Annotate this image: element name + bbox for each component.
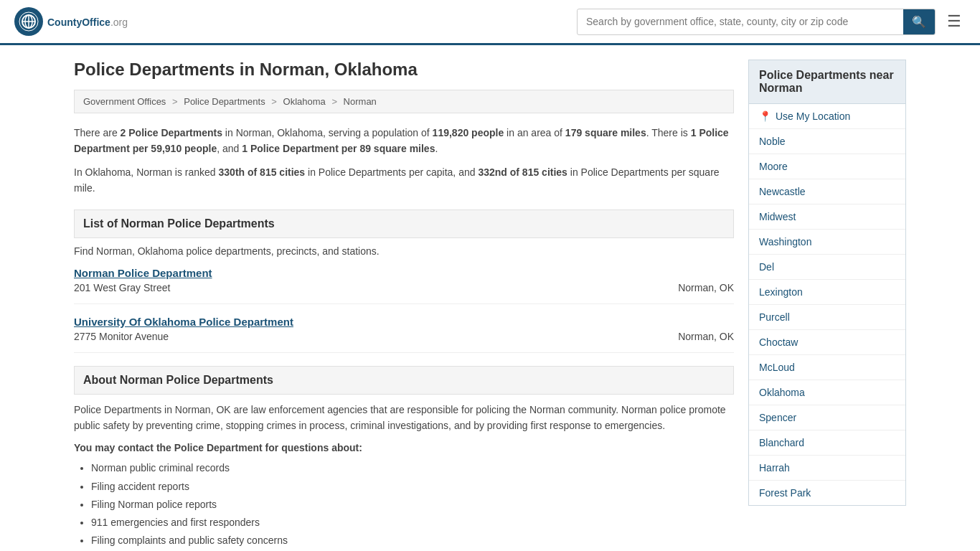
sidebar-link-oklahoma[interactable]: Oklahoma [759, 387, 805, 398]
sidebar-item-choctaw[interactable]: Choctaw [749, 330, 905, 355]
sidebar-link-noble[interactable]: Noble [759, 136, 786, 147]
dept-item-2: University Of Oklahoma Police Department… [74, 316, 734, 353]
about-section-header: About Norman Police Departments [74, 366, 734, 395]
menu-icon[interactable]: ☰ [943, 8, 966, 35]
list-section-header: List of Norman Police Departments [74, 209, 734, 238]
use-location-link[interactable]: Use My Location [776, 110, 850, 122]
sidebar-item-oklahoma[interactable]: Oklahoma [749, 380, 905, 405]
sidebar-item-spencer[interactable]: Spencer [749, 405, 905, 430]
sidebar-link-moore[interactable]: Moore [759, 161, 788, 172]
dept-name-2[interactable]: University Of Oklahoma Police Department [74, 316, 734, 328]
search-bar: 🔍 [577, 9, 936, 35]
sidebar-use-location[interactable]: 📍 Use My Location [749, 104, 905, 129]
breadcrumb-sep-2: > [271, 96, 277, 107]
sidebar-item-purcell[interactable]: Purcell [749, 305, 905, 330]
main-container: Police Departments in Norman, Oklahoma G… [60, 45, 920, 551]
search-input[interactable] [578, 10, 903, 33]
breadcrumb-police-departments[interactable]: Police Departments [184, 96, 265, 107]
logo-icon [14, 7, 43, 36]
sidebar-item-midwest[interactable]: Midwest [749, 204, 905, 230]
dept-find-text: Find Norman, Oklahoma police departments… [74, 245, 734, 257]
sidebar-title: Police Departments near Norman [748, 60, 906, 104]
breadcrumb-sep-3: > [331, 96, 337, 107]
sidebar-link-lexington[interactable]: Lexington [759, 286, 803, 298]
sidebar-link-spencer[interactable]: Spencer [759, 412, 796, 423]
bullet-item-3: Filing Norman police reports [91, 496, 734, 514]
breadcrumb: Government Offices > Police Departments … [74, 90, 734, 113]
search-button[interactable]: 🔍 [903, 9, 935, 34]
description-stats: There are 2 Police Departments in Norman… [74, 125, 734, 157]
contact-label: You may contact the Police Department fo… [74, 442, 734, 453]
logo[interactable]: CountyOffice.org [14, 7, 128, 36]
sidebar-item-noble[interactable]: Noble [749, 129, 905, 154]
sidebar-link-washington[interactable]: Washington [759, 236, 811, 248]
sidebar-link-midwest[interactable]: Midwest [759, 211, 796, 222]
description-ranking: In Oklahoma, Norman is ranked 330th of 8… [74, 164, 734, 197]
header-right: 🔍 ☰ [577, 8, 966, 35]
contact-bullet-list: Norman public criminal records Filing ac… [74, 459, 734, 550]
sidebar-item-newcastle[interactable]: Newcastle [749, 179, 905, 204]
sidebar-list: 📍 Use My Location Noble Moore Newcastle … [748, 104, 906, 506]
sidebar-item-harrah[interactable]: Harrah [749, 456, 905, 481]
sidebar-item-moore[interactable]: Moore [749, 154, 905, 179]
sidebar-link-blanchard[interactable]: Blanchard [759, 437, 804, 448]
breadcrumb-oklahoma[interactable]: Oklahoma [283, 96, 326, 107]
logo-text: CountyOffice.org [47, 14, 128, 29]
dept-row-1: 201 West Gray Street Norman, OK [74, 282, 734, 293]
about-text: Police Departments in Norman, OK are law… [74, 402, 734, 434]
sidebar-link-newcastle[interactable]: Newcastle [759, 186, 806, 197]
bullet-item-2: Filing accident reports [91, 478, 734, 496]
sidebar-link-purcell[interactable]: Purcell [759, 311, 790, 323]
sidebar-item-washington[interactable]: Washington [749, 230, 905, 255]
sidebar-item-blanchard[interactable]: Blanchard [749, 430, 905, 456]
dept-address-1: 201 West Gray Street [74, 282, 170, 293]
sidebar-item-forest-park[interactable]: Forest Park [749, 481, 905, 505]
dept-item-1: Norman Police Department 201 West Gray S… [74, 267, 734, 304]
sidebar: Police Departments near Norman 📍 Use My … [748, 60, 906, 550]
sidebar-link-forest-park[interactable]: Forest Park [759, 487, 811, 499]
dept-city-2: Norman, OK [678, 331, 734, 342]
bullet-item-1: Norman public criminal records [91, 459, 734, 477]
main-content: Police Departments in Norman, Oklahoma G… [74, 60, 734, 550]
sidebar-item-lexington[interactable]: Lexington [749, 280, 905, 305]
breadcrumb-government-offices[interactable]: Government Offices [83, 96, 166, 107]
dept-name-1[interactable]: Norman Police Department [74, 267, 734, 279]
breadcrumb-sep-1: > [172, 96, 178, 107]
breadcrumb-norman[interactable]: Norman [344, 96, 377, 107]
sidebar-item-del[interactable]: Del [749, 255, 905, 280]
site-header: CountyOffice.org 🔍 ☰ [0, 0, 980, 45]
sidebar-link-del[interactable]: Del [759, 261, 774, 273]
dept-address-2: 2775 Monitor Avenue [74, 331, 169, 342]
sidebar-link-harrah[interactable]: Harrah [759, 462, 790, 474]
sidebar-item-mcloud[interactable]: McLoud [749, 355, 905, 380]
sidebar-link-mcloud[interactable]: McLoud [759, 362, 795, 373]
dept-row-2: 2775 Monitor Avenue Norman, OK [74, 331, 734, 342]
bullet-item-4: 911 emergencies and first responders [91, 514, 734, 532]
dept-city-1: Norman, OK [678, 282, 734, 293]
sidebar-link-choctaw[interactable]: Choctaw [759, 336, 798, 348]
page-title: Police Departments in Norman, Oklahoma [74, 60, 734, 80]
pin-icon: 📍 [759, 110, 771, 122]
bullet-item-5: Filing complaints and public safety conc… [91, 532, 734, 550]
